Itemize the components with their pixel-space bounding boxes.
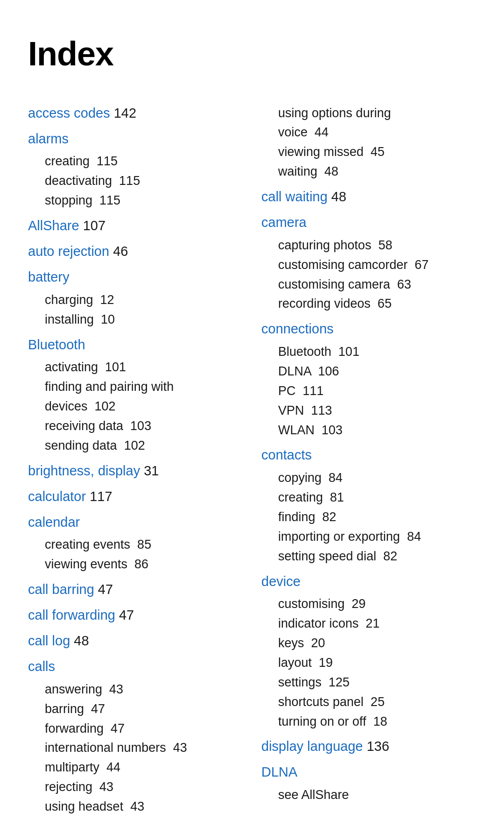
sub-items-list: customising 29indicator icons 21keys 20l…: [278, 594, 476, 731]
entry-heading-num: 47: [119, 608, 134, 622]
sub-item: multiparty 44: [45, 758, 243, 778]
index-entry: call barring47: [28, 579, 243, 600]
sub-item: creating events 85: [45, 535, 243, 555]
sub-item: viewing events 86: [45, 555, 243, 574]
index-entry: contactscopying 84creating 81finding 82i…: [261, 445, 476, 566]
index-entry: DLNAsee AllShare: [261, 762, 476, 805]
entry-heading: call log: [28, 633, 70, 648]
sub-items-list: activating 101finding and pairing with d…: [45, 358, 243, 455]
sub-item: rejecting 43: [45, 778, 243, 797]
entry-heading: call forwarding: [28, 608, 115, 622]
index-entry: callsanswering 43barring 47forwarding 47…: [28, 656, 243, 817]
sub-items-list: creating 115deactivating 115stopping 115: [45, 152, 243, 211]
sub-item: importing or exporting 84: [278, 527, 476, 547]
entry-heading-num: 136: [367, 739, 389, 754]
entry-heading: auto rejection: [28, 244, 109, 259]
sub-item: shortcuts panel 25: [278, 693, 476, 712]
sub-items-list: capturing photos 58customising camcorder…: [278, 236, 476, 314]
index-entry: auto rejection46: [28, 241, 243, 262]
index-entry: call waiting48: [261, 186, 476, 207]
entry-heading: device: [261, 574, 301, 589]
sub-item: settings 125: [278, 673, 476, 693]
entry-heading-num: 47: [98, 582, 113, 597]
sub-item: viewing missed 45: [278, 142, 476, 162]
index-entry: alarmscreating 115deactivating 115stoppi…: [28, 128, 243, 211]
sub-item: DLNA 106: [278, 362, 476, 382]
index-entry: calendarcreating events 85viewing events…: [28, 512, 243, 575]
entry-heading-num: 48: [331, 189, 346, 204]
entry-heading: call waiting: [261, 189, 328, 204]
sub-item: international numbers 43: [45, 738, 243, 758]
entry-heading: contacts: [261, 447, 312, 462]
sub-item: indicator icons 21: [278, 614, 476, 634]
entry-heading-num: 31: [144, 463, 159, 478]
sub-item: customising camera 63: [278, 275, 476, 295]
sub-item: capturing photos 58: [278, 236, 476, 255]
sub-item: creating 115: [45, 152, 243, 171]
sub-item: charging 12: [45, 290, 243, 310]
sub-item: Bluetooth 101: [278, 342, 476, 362]
sub-item: stopping 115: [45, 191, 243, 211]
sub-item: customising camcorder 67: [278, 255, 476, 275]
sub-item: installing 10: [45, 310, 243, 330]
entry-heading: calendar: [28, 515, 80, 530]
sub-item: PC 111: [278, 382, 476, 401]
entry-heading: battery: [28, 269, 70, 284]
entry-heading-num: 48: [74, 633, 89, 648]
sub-item: using headset 43: [45, 797, 243, 817]
page-title: Index: [28, 28, 476, 80]
entry-heading: calculator: [28, 489, 86, 504]
entry-heading-num: 142: [114, 106, 136, 120]
index-entry: AllShare107: [28, 215, 243, 236]
index-entry: connectionsBluetooth 101DLNA 106PC 111VP…: [261, 318, 476, 440]
sub-items-list: copying 84creating 81finding 82importing…: [278, 468, 476, 566]
sub-item: waiting 48: [278, 162, 476, 182]
sub-item: barring 47: [45, 700, 243, 719]
sub-items-list: creating events 85viewing events 86: [45, 535, 243, 574]
entry-heading: calls: [28, 659, 55, 674]
sub-items-list: see AllShare: [278, 785, 476, 805]
index-entry: access codes142: [28, 103, 243, 124]
entry-heading: call barring: [28, 582, 94, 597]
sub-item: voice 44: [278, 123, 476, 142]
entry-heading: alarms: [28, 131, 69, 146]
sub-item: using options during: [278, 104, 476, 123]
index-entry: devicecustomising 29indicator icons 21ke…: [261, 571, 476, 732]
entry-heading-num: 46: [113, 244, 128, 259]
index-entry: using options duringvoice 44viewing miss…: [261, 104, 476, 182]
index-entry: call log48: [28, 630, 243, 651]
entry-heading: display language: [261, 739, 363, 754]
index-columns: access codes142alarmscreating 115deactiv…: [28, 103, 476, 821]
sub-items-list: using options duringvoice 44viewing miss…: [278, 104, 476, 182]
entry-heading-num: 117: [90, 489, 112, 504]
sub-item: finding 82: [278, 508, 476, 527]
sub-item: receiving data 103: [45, 417, 243, 436]
sub-items-list: answering 43barring 47forwarding 47inter…: [45, 680, 243, 817]
sub-items-list: charging 12installing 10: [45, 290, 243, 330]
sub-item: turning on or off 18: [278, 712, 476, 732]
index-entry: cameracapturing photos 58customising cam…: [261, 212, 476, 314]
sub-item: deactivating 115: [45, 171, 243, 191]
index-entry: call forwarding47: [28, 605, 243, 626]
sub-item: finding and pairing with devices 102: [45, 377, 243, 417]
sub-item: forwarding 47: [45, 719, 243, 739]
sub-item: copying 84: [278, 468, 476, 488]
right-column: using options duringvoice 44viewing miss…: [257, 103, 476, 821]
index-entry: calculator117: [28, 486, 243, 507]
entry-heading: Bluetooth: [28, 337, 85, 352]
entry-heading: access codes: [28, 106, 110, 120]
entry-heading: DLNA: [261, 764, 297, 779]
sub-item: VPN 113: [278, 401, 476, 421]
sub-item: setting speed dial 82: [278, 547, 476, 566]
sub-item: see AllShare: [278, 785, 476, 805]
entry-heading-num: 107: [83, 218, 105, 233]
entry-heading: camera: [261, 215, 307, 230]
sub-item: WLAN 103: [278, 421, 476, 440]
sub-item: answering 43: [45, 680, 243, 700]
entry-heading: brightness, display: [28, 463, 140, 478]
sub-item: layout 19: [278, 653, 476, 673]
sub-item: activating 101: [45, 358, 243, 377]
index-entry: Bluetoothactivating 101finding and pairi…: [28, 334, 243, 456]
entry-heading: AllShare: [28, 218, 79, 233]
sub-item: sending data 102: [45, 436, 243, 456]
